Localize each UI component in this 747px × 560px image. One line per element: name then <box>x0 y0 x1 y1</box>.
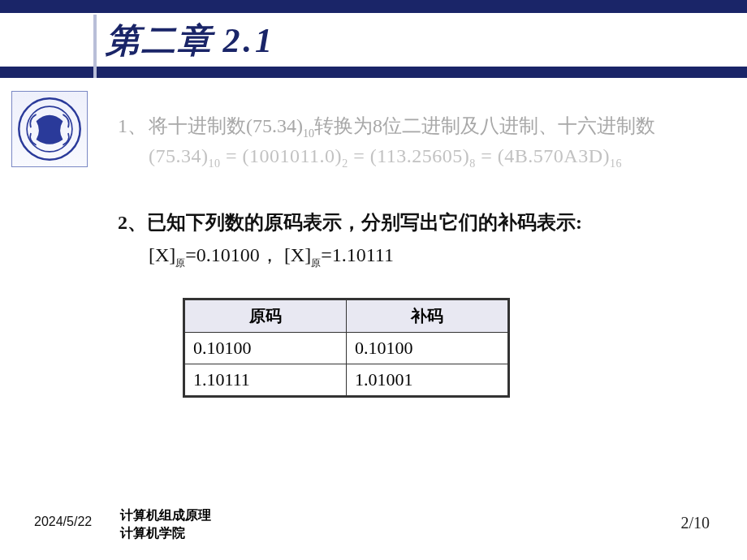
logo-icon <box>16 96 83 162</box>
q2-prefix: 2、 <box>118 212 147 233</box>
eq-p2: = (1001011.0) <box>220 145 342 166</box>
eq-p3: = (113.25605) <box>348 145 470 166</box>
cell-r0c0: 0.10100 <box>184 332 347 364</box>
q2-equation: [X]原=0.10100， [X]原=1.10111 <box>149 242 719 270</box>
q1-text-a: 将十进制数(75.34) <box>149 115 303 136</box>
table-row: 0.10100 0.10100 <box>184 332 509 364</box>
chapter-cn: 第二章 <box>106 22 213 59</box>
th-complement: 补码 <box>347 299 509 332</box>
eq-s2: 2 <box>342 157 348 170</box>
table-row: 1.10111 1.01001 <box>184 364 509 396</box>
th-original: 原码 <box>184 299 347 332</box>
top-accent-bar <box>0 0 747 13</box>
cell-r1c1: 1.01001 <box>347 364 509 396</box>
q1-sub-a: 10 <box>303 127 314 140</box>
original-complement-table: 原码 补码 0.10100 0.10100 1.10111 1.01001 <box>183 298 510 398</box>
question-1: 1、将十进制数(75.34)10转换为8位二进制及八进制、十六进制数 <box>118 109 719 144</box>
eq-p4: = (4B.570A3D) <box>476 145 610 166</box>
chapter-number: 2.1 <box>223 22 276 59</box>
q2-x1-pre: [X] <box>149 244 175 265</box>
q1-equation: (75.34)10 = (1001011.0)2 = (113.25605)8 … <box>149 145 719 170</box>
q1-prefix: 1、 <box>118 115 147 136</box>
title-area: 第二章 2.1 <box>0 15 747 78</box>
eq-s4: 16 <box>610 157 622 170</box>
q2-text: 已知下列数的原码表示，分别写出它们的补码表示: <box>147 212 582 233</box>
eq-s1: 10 <box>208 157 220 170</box>
cell-r1c0: 1.10111 <box>184 364 347 396</box>
university-logo <box>11 91 88 167</box>
q2-x2-sub: 原 <box>311 257 321 269</box>
eq-p1: (75.34) <box>149 145 208 166</box>
code-table: 原码 补码 0.10100 0.10100 1.10111 1.01001 <box>183 298 719 398</box>
eq-s3: 8 <box>469 157 476 170</box>
title-divider <box>93 15 97 78</box>
q2-x1-sub: 原 <box>175 257 185 269</box>
question-2: 2、已知下列数的原码表示，分别写出它们的补码表示: <box>118 209 719 235</box>
chapter-title: 第二章 2.1 <box>106 18 275 63</box>
footer-course: 计算机组成原理 <box>120 507 211 524</box>
q2-x1-val: =0.10100， <box>185 244 279 265</box>
footer-dept: 计算机学院 <box>120 525 185 542</box>
slide-content: 1、将十进制数(75.34)10转换为8位二进制及八进制、十六进制数 (75.3… <box>118 109 719 398</box>
q2-x2-val: =1.10111 <box>321 244 394 265</box>
footer-date: 2024/5/22 <box>34 515 92 529</box>
cell-r0c1: 0.10100 <box>347 332 509 364</box>
footer-page: 2/10 <box>680 514 710 532</box>
table-header-row: 原码 补码 <box>184 299 509 332</box>
q1-text-b: 转换为8位二进制及八进制、十六进制数 <box>314 115 655 136</box>
q2-x2-pre: [X] <box>284 244 311 265</box>
